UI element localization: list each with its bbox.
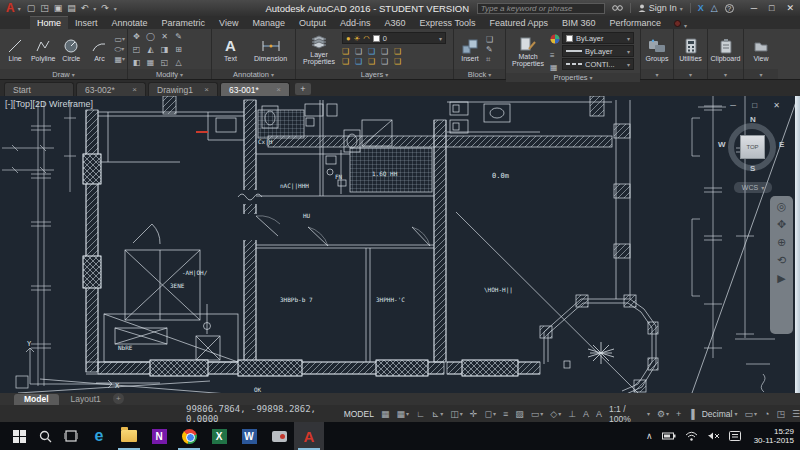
layer-tool-icon[interactable]: ❏ <box>394 56 407 66</box>
layout1-tab[interactable]: Layout1 <box>61 394 111 405</box>
saveas-icon[interactable]: ▤ <box>67 3 76 13</box>
move-icon[interactable]: ✥ <box>133 32 140 41</box>
insert-button[interactable]: Insert <box>456 37 484 62</box>
orbit-icon[interactable]: ⟲ <box>777 255 786 266</box>
file-tab-start[interactable]: Start <box>4 82 74 96</box>
object-color-select[interactable]: ByLayer ▾ <box>562 32 634 44</box>
annotation-scale-button[interactable]: 1:1 / 100%▾ <box>609 404 650 424</box>
tab-bim360[interactable]: BIM 360 <box>555 17 603 29</box>
autocad-logo-icon[interactable]: A <box>6 2 15 14</box>
minimize-button[interactable]: ─ <box>751 3 757 13</box>
taskbar-search-button[interactable] <box>32 422 58 450</box>
volume-muted-icon[interactable] <box>707 431 720 441</box>
plot-icon[interactable]: ↶ <box>81 3 89 13</box>
pan-icon[interactable]: ✥ <box>777 219 786 230</box>
arc-button[interactable]: Arc <box>86 37 112 62</box>
ellipse-icon[interactable]: ⬭▾ <box>114 45 125 54</box>
tab-manage[interactable]: Manage <box>245 17 292 29</box>
chrome-app[interactable] <box>174 422 204 450</box>
rectangle-icon[interactable]: ▭▾ <box>114 35 125 44</box>
wcs-button[interactable]: WCS▾ <box>734 182 772 193</box>
model-tab[interactable]: Model <box>14 394 59 405</box>
layer-tool-icon[interactable]: ❏ <box>342 46 355 56</box>
navwheel-icon[interactable]: ◎ <box>777 201 787 212</box>
action-center-icon[interactable] <box>729 431 741 442</box>
units-button[interactable]: Decimal▾ <box>702 409 738 419</box>
copy-icon[interactable]: ◰ <box>133 45 141 54</box>
transparency-icon[interactable]: ▨ <box>515 409 524 419</box>
layer-select[interactable]: ● ☀ ◠ 0 ▾ <box>342 32 446 44</box>
start-button[interactable] <box>6 422 32 450</box>
close-tab-icon[interactable]: × <box>276 85 281 94</box>
close-button[interactable]: ✕ <box>786 3 794 13</box>
edge-app[interactable]: e <box>84 422 114 450</box>
a360-icon[interactable]: △ <box>711 3 718 13</box>
mirror-icon[interactable]: ◭ <box>147 45 153 54</box>
drawing-canvas[interactable]: 3ENE NbRE -AH|OH/ Cx|H HU nAC||HHH FN 1.… <box>0 96 800 393</box>
autoscale-icon[interactable]: A <box>596 409 602 419</box>
osnap-3d-icon[interactable]: ◇▾ <box>550 409 561 419</box>
battery-icon[interactable] <box>662 432 676 440</box>
linetype-list-icon[interactable]: ▦ <box>550 63 560 72</box>
tray-chevron-icon[interactable]: ∧ <box>646 431 653 441</box>
file-explorer-app[interactable] <box>114 422 144 450</box>
workspace-switching-icon[interactable]: ⚙▾ <box>657 409 669 419</box>
block-attr-icon[interactable]: ⌗ <box>486 55 493 64</box>
zoom-icon[interactable]: ⊕ <box>777 237 786 248</box>
chamfer-icon[interactable]: △ <box>175 58 181 67</box>
restore-button[interactable]: □ <box>769 3 774 13</box>
layer-tool-icon[interactable]: ❏ <box>342 56 355 66</box>
panel-label-draw[interactable]: Draw▾ <box>0 69 127 79</box>
navigation-bar[interactable]: ◎ ✥ ⊕ ⟲ ▶ <box>770 196 793 334</box>
selection-cycling-icon[interactable]: ▭▾ <box>531 409 544 419</box>
layer-tool-icon[interactable]: ❏ <box>355 56 368 66</box>
linetype-select[interactable]: CONTI... ▾ <box>562 58 634 70</box>
edit-block-icon[interactable]: ✎ <box>486 45 493 54</box>
annotation-visibility-icon[interactable]: A <box>583 409 589 419</box>
graphics-performance-icon[interactable]: ▭▾ <box>744 409 757 419</box>
autocad-app[interactable]: A <box>294 422 324 450</box>
fillet-icon[interactable]: ◨ <box>161 45 169 54</box>
clock-icon[interactable]: ◔ <box>764 409 769 419</box>
search-input[interactable]: Type a keyword or phrase <box>477 3 605 14</box>
panel-label-clipboard[interactable]: ▾ <box>708 69 743 79</box>
layer-tool-icon[interactable]: ❏ <box>381 56 394 66</box>
text-button[interactable]: A Text <box>217 37 245 62</box>
panel-label-block[interactable]: Block▾ <box>454 69 505 79</box>
qat-customize-icon[interactable]: ▾ <box>114 5 117 12</box>
groups-button[interactable]: Groups <box>643 37 671 62</box>
lineweight-list-icon[interactable]: ≡ <box>550 51 560 60</box>
tab-a360[interactable]: A360 <box>378 17 413 29</box>
file-tab-drawing1[interactable]: Drawing1× <box>148 82 218 96</box>
open-icon[interactable]: ◳ <box>40 3 49 13</box>
viewcube[interactable]: N S W E TOP <box>725 118 781 174</box>
undo-caret-icon[interactable]: ▾ <box>93 5 96 12</box>
viewcube-east[interactable]: E <box>779 140 784 149</box>
tab-express-tools[interactable]: Express Tools <box>413 17 483 29</box>
customization-menu-icon[interactable]: ☰ <box>792 409 800 419</box>
explode-icon[interactable]: ⊞ <box>175 45 182 54</box>
line-button[interactable]: Line <box>2 37 28 62</box>
lineweight-select[interactable]: ByLayer ▾ <box>562 45 634 57</box>
search-binoculars-icon[interactable] <box>612 4 623 12</box>
layer-tool-icon[interactable]: ❏ <box>394 46 407 56</box>
ribbon-options-caret-icon[interactable]: ▾ <box>684 22 687 29</box>
create-block-icon[interactable]: ❏ <box>486 35 493 44</box>
layer-properties-button[interactable]: Layer Properties <box>298 33 340 65</box>
layer-tool-icon[interactable]: ❏ <box>381 46 394 56</box>
grid-display-icon[interactable]: ▦▾ <box>396 409 409 419</box>
isodraft-icon[interactable]: ◫▾ <box>450 409 463 419</box>
panel-label-annotation[interactable]: Annotation▾ <box>212 69 295 79</box>
task-view-button[interactable] <box>58 422 84 450</box>
scale-icon[interactable]: ▦ <box>147 58 155 67</box>
taskbar-clock[interactable]: 15:29 30-11-2015 <box>750 427 794 445</box>
excel-app[interactable]: X <box>204 422 234 450</box>
viewcube-top-face[interactable]: TOP <box>740 135 765 159</box>
word-app[interactable]: W <box>234 422 264 450</box>
layer-tool-icon[interactable]: ❏ <box>368 56 381 66</box>
polar-tracking-icon[interactable]: ⊾▾ <box>432 409 444 419</box>
rotate-icon[interactable]: ◯ <box>146 32 155 41</box>
help-icon[interactable]: ? <box>725 4 734 13</box>
match-properties-button[interactable]: Match Properties <box>508 35 548 67</box>
file-tab-63-001[interactable]: 63-001*× <box>220 82 290 96</box>
